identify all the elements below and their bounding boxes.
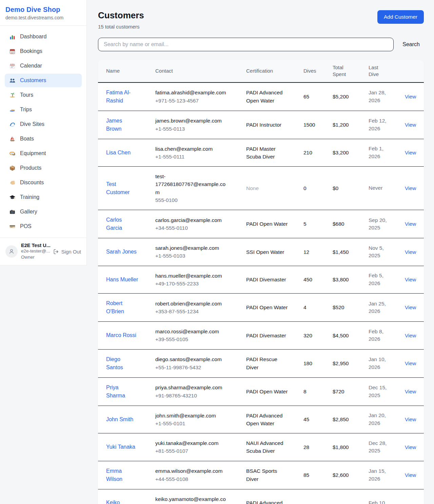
customer-email: priya.sharma@example.com — [155, 384, 229, 391]
customer-name-link[interactable]: Marco Rossi — [106, 331, 136, 339]
view-link[interactable]: View — [405, 249, 416, 255]
certification-cell: PADI Open Water — [246, 382, 303, 401]
view-link[interactable]: View — [405, 333, 416, 338]
customer-name-link[interactable]: Keiko Yamamoto — [106, 499, 139, 504]
actions-cell: View — [405, 354, 421, 373]
customer-phone: +1-555-0113 — [155, 125, 241, 133]
dives-cell: 320 — [303, 326, 333, 345]
sidebar-item-equipment[interactable]: Equipment — [5, 147, 82, 160]
customer-phone: +1-555-0103 — [155, 252, 241, 260]
customer-name-link[interactable]: Fatima Al-Rashid — [106, 89, 139, 105]
certification-cell: PADI Divemaster — [246, 270, 303, 289]
customer-row-test-customer: Test Customertest-1772681807767@example.… — [98, 167, 424, 210]
total-spent-cell: $1,200 — [333, 115, 369, 134]
customer-contact-cell: priya.sharma@example.com+91-98765-43210 — [155, 378, 246, 405]
last-dive-value: Jan 20, 2026 — [369, 412, 390, 427]
view-link[interactable]: View — [405, 416, 416, 422]
view-link[interactable]: View — [405, 360, 416, 366]
customer-name-link[interactable]: Robert O'Brien — [106, 299, 139, 316]
view-link[interactable]: View — [405, 277, 416, 282]
customer-name-link[interactable]: James Brown — [106, 117, 139, 133]
certification-value: PADI Instructor — [246, 121, 290, 129]
last-dive-cell: Feb 12, 2026 — [369, 111, 405, 138]
sidebar-item-customers[interactable]: Customers — [5, 74, 82, 87]
page-title: Customers — [98, 10, 144, 21]
total-spent-cell: $4,500 — [333, 326, 369, 345]
view-link[interactable]: View — [405, 221, 416, 227]
customer-name-link[interactable]: Diego Santos — [106, 355, 139, 372]
customer-row-yuki-tanaka: Yuki Tanakayuki.tanaka@example.com+81-55… — [98, 433, 424, 461]
view-link[interactable]: View — [405, 94, 416, 99]
customer-name-link[interactable]: Sarah Jones — [106, 248, 137, 256]
view-link[interactable]: View — [405, 304, 416, 310]
sidebar-item-trips[interactable]: Trips — [5, 103, 82, 116]
sidebar-item-boats[interactable]: Boats — [5, 132, 82, 146]
actions-cell: View — [405, 87, 421, 106]
dives-cell: 95 — [303, 497, 333, 504]
sign-out-button[interactable]: Sign Out — [53, 249, 81, 255]
customer-count: 15 total customers — [98, 24, 144, 30]
customer-email: fatima.alrashid@example.com — [155, 89, 229, 96]
customer-name-link[interactable]: Lisa Chen — [106, 149, 131, 157]
sidebar-item-gallery[interactable]: Gallery — [5, 205, 82, 219]
customer-name-link[interactable]: Yuki Tanaka — [106, 443, 135, 451]
certification-value: PADI Divemaster — [246, 332, 290, 339]
actions-cell: View — [405, 326, 421, 345]
speedboat-icon — [9, 106, 16, 113]
certification-cell: PADI Advanced Open Water — [246, 83, 303, 110]
sidebar: Demo Dive Shop demo.test.divestreams.com… — [0, 0, 87, 265]
customer-email: robert.obrien@example.com — [155, 300, 229, 307]
app: Demo Dive Shop demo.test.divestreams.com… — [0, 0, 434, 504]
dives-cell: 28 — [303, 437, 333, 457]
add-customer-button[interactable]: Add Customer — [377, 10, 424, 24]
customer-name-link[interactable]: Emma Wilson — [106, 467, 139, 483]
customer-row-john-smith: John Smithjohn.smith@example.com+1-555-0… — [98, 406, 424, 434]
last-dive-value: Jan 10, 2026 — [369, 356, 390, 371]
sidebar-item-bookings[interactable]: 17Bookings — [5, 44, 82, 58]
search-form: Search — [98, 38, 424, 51]
search-button[interactable]: Search — [394, 41, 424, 48]
customer-phone: +49-170-555-2233 — [155, 280, 241, 287]
view-link[interactable]: View — [405, 472, 416, 478]
customer-contact-cell: john.smith@example.com+1-555-0101 — [155, 406, 246, 433]
customer-name-link[interactable]: Priya Sharma — [106, 384, 139, 400]
certification-cell: PADI Divemaster — [246, 326, 303, 345]
sidebar-item-dashboard[interactable]: Dashboard — [5, 30, 82, 43]
package-icon — [9, 165, 16, 171]
customer-row-priya-sharma: Priya Sharmapriya.sharma@example.com+91-… — [98, 378, 424, 406]
view-link[interactable]: View — [405, 185, 416, 191]
sidebar-item-dive-sites[interactable]: Dive Sites — [5, 117, 82, 131]
sidebar-item-tours[interactable]: Tours — [5, 88, 82, 102]
sidebar-item-products[interactable]: Products — [5, 161, 82, 175]
certification-cell: NAUI Advanced Scuba Diver — [246, 433, 303, 461]
sidebar-item-calendar[interactable]: Calendar — [5, 59, 82, 73]
total-spent-cell: $2,600 — [333, 465, 369, 485]
certification-value: PADI Master Scuba Diver — [246, 145, 290, 161]
customer-contact-cell: marco.rossi@example.com+39-555-0105 — [155, 322, 246, 349]
customer-row-james-brown: James Brownjames.brown@example.com+1-555… — [98, 111, 424, 139]
sidebar-item-pos[interactable]: POS — [5, 220, 82, 233]
view-link[interactable]: View — [405, 122, 416, 128]
customer-email: lisa.chen@example.com — [155, 145, 229, 153]
customer-name-link[interactable]: Test Customer — [106, 180, 139, 197]
certification-value: PADI Open Water — [246, 220, 290, 228]
sidebar-item-label: Equipment — [20, 150, 46, 156]
column-header-contact: Contact — [155, 63, 246, 78]
customer-name-link[interactable]: John Smith — [106, 415, 133, 424]
sign-out-label: Sign Out — [61, 249, 81, 255]
column-header-name: Name — [106, 63, 155, 78]
last-dive-cell: Dec 15, 2025 — [369, 378, 405, 405]
actions-cell: View — [405, 270, 421, 289]
view-link[interactable]: View — [405, 444, 416, 450]
customer-name-link[interactable]: Carlos Garcia — [106, 216, 139, 232]
column-header-certification: Certification — [246, 63, 303, 78]
last-dive-value: Sep 20, 2025 — [369, 217, 390, 232]
customer-name-link[interactable]: Hans Mueller — [106, 276, 138, 284]
view-link[interactable]: View — [405, 150, 416, 155]
last-dive-cell: Jan 25, 2026 — [369, 294, 405, 321]
sidebar-item-discounts[interactable]: Discounts — [5, 176, 82, 189]
certification-value: None — [246, 184, 290, 192]
view-link[interactable]: View — [405, 389, 416, 394]
sidebar-item-training[interactable]: Training — [5, 190, 82, 204]
search-input[interactable] — [98, 38, 394, 51]
